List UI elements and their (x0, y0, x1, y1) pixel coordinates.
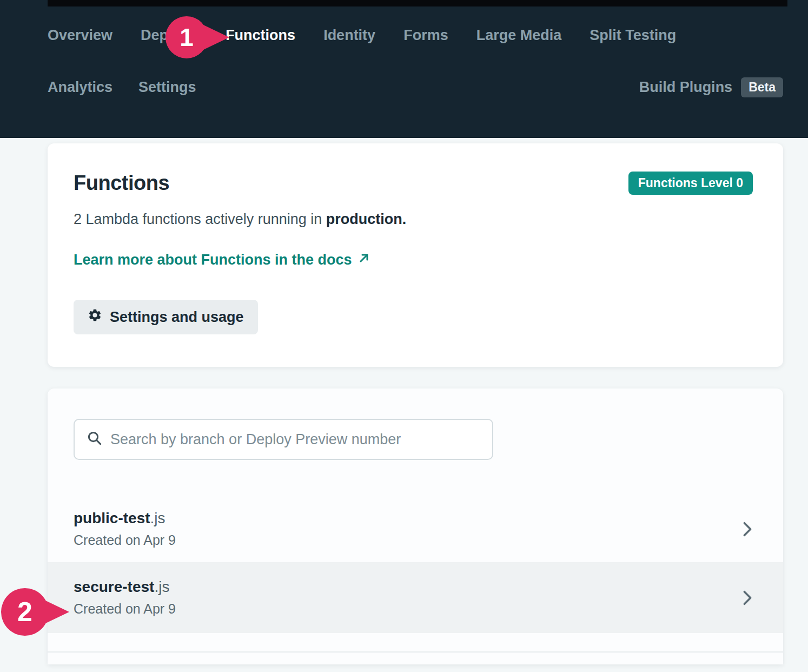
function-name: public-test.js (74, 510, 176, 527)
nav-tab-large-media[interactable]: Large Media (476, 27, 562, 44)
gear-icon (88, 308, 102, 326)
nav-tab-settings[interactable]: Settings (138, 79, 196, 96)
function-created-date: Created on Apr 9 (74, 532, 176, 548)
beta-badge: Beta (741, 77, 783, 97)
settings-button-label: Settings and usage (110, 309, 244, 326)
nav-tab-build-plugins[interactable]: Build Plugins Beta (639, 77, 783, 97)
functions-overview-card: Functions Functions Level 0 2 Lambda fun… (48, 143, 783, 367)
function-name-ext: .js (150, 510, 165, 526)
function-row-public-test[interactable]: public-test.js Created on Apr 9 (48, 496, 783, 562)
nav-tab-overview[interactable]: Overview (48, 27, 112, 44)
summary-emphasis: production. (326, 211, 406, 227)
function-created-date: Created on Apr 9 (74, 601, 176, 617)
function-name-base: public-test (74, 510, 150, 526)
secondary-nav-left: Analytics Settings (48, 79, 196, 96)
settings-and-usage-button[interactable]: Settings and usage (74, 300, 258, 334)
external-link-icon (357, 252, 370, 268)
chevron-right-icon (742, 590, 753, 605)
callout-arrow-icon (203, 25, 229, 50)
function-row-text: public-test.js Created on Apr 9 (74, 510, 176, 548)
search-input[interactable] (110, 431, 480, 448)
nav-tab-functions[interactable]: Functions (226, 27, 295, 44)
nav-tab-analytics[interactable]: Analytics (48, 79, 112, 96)
functions-level-badge: Functions Level 0 (628, 172, 753, 195)
summary-text: 2 Lambda functions actively running in (74, 211, 326, 227)
function-row-secure-test[interactable]: secure-test.js Created on Apr 9 (48, 562, 783, 633)
function-name: secure-test.js (74, 578, 176, 596)
function-name-ext: .js (154, 578, 169, 595)
nav-tab-identity[interactable]: Identity (323, 27, 375, 44)
nav-tab-forms[interactable]: Forms (403, 27, 448, 44)
search-icon (87, 430, 103, 449)
main-content: Functions Functions Level 0 2 Lambda fun… (0, 143, 808, 664)
functions-summary: 2 Lambda functions actively running in p… (74, 211, 753, 228)
annotation-callout-2: 2 (1, 588, 49, 636)
site-header: Overview Deploys Functions Identity Form… (0, 0, 808, 138)
callout-number: 1 (180, 23, 194, 52)
callout-number: 2 (17, 596, 32, 628)
chevron-right-icon (742, 522, 753, 537)
functions-card-header: Functions Functions Level 0 (74, 172, 753, 195)
docs-link-label: Learn more about Functions in the docs (74, 252, 352, 268)
functions-list: public-test.js Created on Apr 9 secure-t… (48, 496, 783, 653)
function-row-text: secure-test.js Created on Apr 9 (74, 578, 176, 617)
primary-nav: Overview Deploys Functions Identity Form… (48, 27, 783, 44)
functions-docs-link[interactable]: Learn more about Functions in the docs (74, 252, 370, 268)
function-name-base: secure-test (74, 578, 154, 595)
annotation-callout-1: 1 (165, 16, 208, 58)
secondary-nav: Analytics Settings Build Plugins Beta (48, 77, 783, 97)
functions-search-box (74, 419, 493, 460)
functions-list-card: public-test.js Created on Apr 9 secure-t… (48, 388, 783, 664)
docs-link-row: Learn more about Functions in the docs (74, 252, 753, 268)
nav-tab-split-testing[interactable]: Split Testing (590, 27, 676, 44)
list-row-divider (48, 651, 783, 653)
build-plugins-label: Build Plugins (639, 79, 733, 96)
callout-arrow-icon (43, 599, 69, 624)
window-top-edge (48, 0, 787, 6)
page-title: Functions (74, 172, 169, 195)
